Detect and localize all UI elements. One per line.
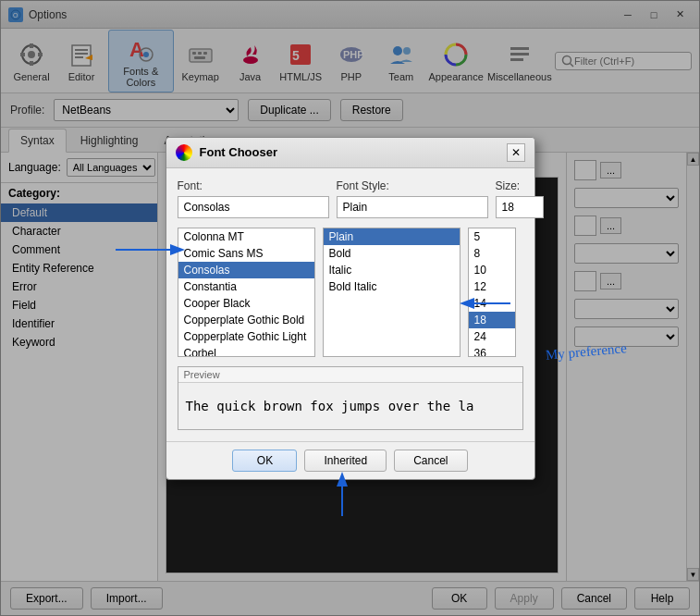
size-12[interactable]: 12: [469, 278, 515, 295]
font-style-list[interactable]: Plain Bold Italic Bold Italic: [323, 228, 461, 357]
size-10[interactable]: 10: [469, 262, 515, 278]
size-24[interactable]: 24: [469, 328, 515, 345]
font-size-list[interactable]: 5 8 10 12 14 18 24 36 48: [468, 228, 516, 357]
font-size-label: Size:: [496, 179, 544, 192]
font-item-copperplate-light[interactable]: Copperplate Gothic Light: [178, 328, 314, 345]
font-preview-text: The quick brown fox jumps over the la: [186, 399, 474, 413]
font-chooser-lists-row: Colonna MT Comic Sans MS Consolas Consta…: [178, 228, 523, 357]
font-size-col: Size:: [496, 179, 544, 218]
font-name-list[interactable]: Colonna MT Comic Sans MS Consolas Consta…: [178, 228, 315, 357]
font-style-col: Font Style:: [337, 179, 488, 218]
font-style-list-container: Plain Bold Italic Bold Italic: [323, 228, 461, 357]
size-36[interactable]: 36: [469, 345, 515, 357]
font-item-comic[interactable]: Comic Sans MS: [178, 245, 314, 262]
font-item-copperplate-bold[interactable]: Copperplate Gothic Bold: [178, 312, 314, 328]
modal-title: Font Chooser: [200, 145, 499, 159]
modal-footer: OK Inherited Cancel: [166, 441, 534, 479]
font-style-input[interactable]: [337, 196, 488, 218]
modal-title-bar: Font Chooser ✕: [166, 138, 534, 168]
font-style-label: Font Style:: [337, 179, 488, 192]
font-name-input[interactable]: [178, 196, 329, 218]
font-chooser-header-row: Font: Font Style: Size:: [178, 179, 523, 218]
font-style-italic[interactable]: Italic: [324, 262, 460, 278]
font-style-plain[interactable]: Plain: [324, 228, 460, 245]
font-preview-content: The quick brown fox jumps over the la: [178, 383, 522, 429]
size-14[interactable]: 14: [469, 295, 515, 312]
font-preview-section: Preview The quick brown fox jumps over t…: [178, 366, 523, 430]
modal-close-button[interactable]: ✕: [507, 143, 525, 162]
font-item-cooper[interactable]: Cooper Black: [178, 295, 314, 312]
font-name-col: Font:: [178, 179, 329, 218]
size-8[interactable]: 8: [469, 245, 515, 262]
modal-body: Font: Font Style: Size: Colonna MT: [166, 168, 534, 441]
font-size-list-container: 5 8 10 12 14 18 24 36 48: [468, 228, 523, 357]
font-item-colonna[interactable]: Colonna MT: [178, 228, 314, 245]
font-item-consolas[interactable]: Consolas: [178, 262, 314, 278]
font-chooser-icon: [176, 144, 192, 161]
font-name-label: Font:: [178, 179, 329, 192]
modal-overlay: Font Chooser ✕ Font: Font Style: Size:: [0, 0, 700, 616]
font-item-corbel[interactable]: Corbel: [178, 345, 314, 357]
inherited-button[interactable]: Inherited: [304, 450, 387, 472]
font-style-bold[interactable]: Bold: [324, 245, 460, 262]
size-5[interactable]: 5: [469, 228, 515, 245]
font-size-input[interactable]: [496, 196, 544, 218]
font-chooser-dialog: Font Chooser ✕ Font: Font Style: Size:: [166, 137, 535, 480]
font-name-list-container: Colonna MT Comic Sans MS Consolas Consta…: [178, 228, 315, 357]
ok-button[interactable]: OK: [232, 450, 297, 472]
font-item-constantia[interactable]: Constantia: [178, 278, 314, 295]
font-style-bold-italic[interactable]: Bold Italic: [324, 278, 460, 295]
size-18[interactable]: 18: [469, 312, 515, 328]
cancel-button[interactable]: Cancel: [394, 450, 467, 472]
font-preview-label: Preview: [178, 367, 522, 383]
